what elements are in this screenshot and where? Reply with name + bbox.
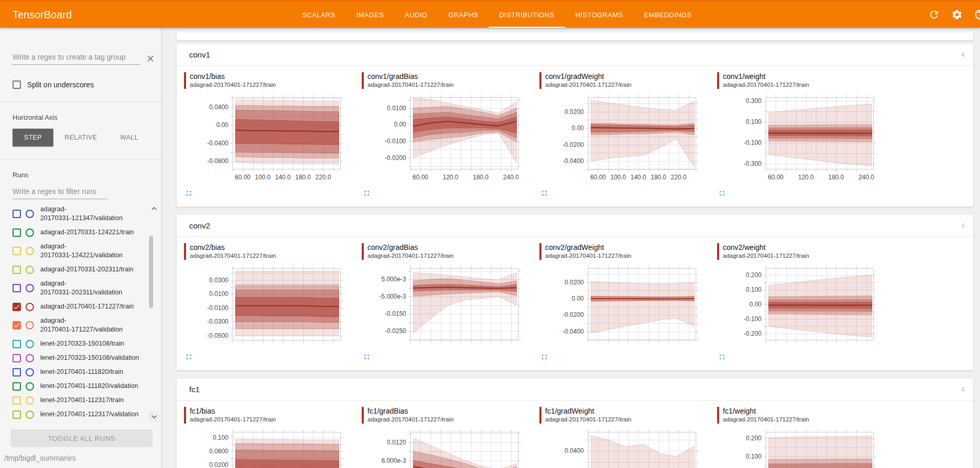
run-radio[interactable] <box>26 368 34 376</box>
run-checkbox[interactable] <box>13 354 21 362</box>
run-item[interactable]: lenet-20170401-112317/validation <box>0 407 161 421</box>
run-label: lenet-20170401-112317/train <box>40 396 124 405</box>
scroll-down-icon[interactable] <box>149 412 159 422</box>
expand-icon[interactable] <box>718 189 727 198</box>
run-item[interactable]: adagrad- 20170331-124221/validation <box>0 239 161 262</box>
chart-tag-name: conv2/weight <box>723 243 809 252</box>
expand-icon[interactable] <box>363 353 371 361</box>
run-item[interactable]: adagrad-20170331-124221/train <box>0 225 161 239</box>
run-checkbox[interactable] <box>13 368 21 376</box>
run-checkbox[interactable] <box>13 247 21 255</box>
section-header[interactable]: fc14 <box>177 379 973 401</box>
run-checkbox[interactable] <box>13 210 21 218</box>
run-radio[interactable] <box>26 354 34 362</box>
run-radio[interactable] <box>26 340 34 348</box>
run-radio[interactable] <box>26 396 34 405</box>
expand-icon[interactable] <box>363 189 371 198</box>
run-color-bar <box>717 72 719 89</box>
run-checkbox[interactable] <box>13 284 21 292</box>
expand-icon[interactable] <box>540 189 549 198</box>
scroll-up-icon[interactable] <box>149 203 159 214</box>
run-item[interactable]: adagrad-20170331-202311/train <box>0 262 161 277</box>
run-radio[interactable] <box>26 229 34 237</box>
tab-graphs[interactable]: GRAPHS <box>438 2 489 28</box>
run-checkbox[interactable] <box>13 410 21 419</box>
tab-scalars[interactable]: SCALARS <box>292 2 346 28</box>
run-color-bar <box>717 407 719 424</box>
distribution-plot: 0.01000.00-0.0100-0.020060.00120.0180.02… <box>362 95 539 188</box>
chart-card: fc1/gradBiasadagrad-20170401-171227/trai… <box>362 407 539 468</box>
run-label: adagrad- 20170401-171227/validation <box>40 316 123 334</box>
run-item[interactable]: lenet-20170401-111820/validation <box>0 379 161 393</box>
run-radio[interactable] <box>26 303 34 311</box>
run-item[interactable]: adagrad-20170401-171227/train <box>0 300 161 314</box>
runs-filter-input[interactable] <box>13 185 107 199</box>
run-radio[interactable] <box>26 247 34 255</box>
run-label: adagrad- 20170331-124221/validation <box>40 242 123 260</box>
app-title: TensorBoard <box>13 9 72 21</box>
settings-icon[interactable] <box>951 9 963 20</box>
run-radio[interactable] <box>26 284 34 292</box>
run-item[interactable]: adagrad- 20170331-202311/validation <box>0 277 161 300</box>
run-checkbox[interactable] <box>13 266 21 274</box>
run-item[interactable]: lenet-20170401-112317/train <box>0 393 161 407</box>
axis-wall-button[interactable]: WALL <box>109 129 150 146</box>
help-icon[interactable] <box>974 9 980 20</box>
axis-relative-button[interactable]: RELATIVE <box>53 129 109 146</box>
expand-icon[interactable] <box>540 353 549 361</box>
section-header[interactable]: conv24 <box>177 215 973 237</box>
tab-images[interactable]: IMAGES <box>346 2 395 28</box>
run-item[interactable]: lenet-20170401-111820/train <box>0 365 161 379</box>
chart-titles: conv2/gradWeightadagrad-20170401-171227/… <box>545 243 631 260</box>
run-item[interactable]: adagrad- 20170401-171227/validation <box>0 314 161 337</box>
run-item[interactable]: adagrad- 20170331-121347/validation <box>0 202 161 225</box>
tab-audio[interactable]: AUDIO <box>395 2 438 28</box>
distribution-plot: 0.3000.100-0.100-0.30060.00120.0180.0240… <box>717 95 895 188</box>
svg-text:-0.300: -0.300 <box>744 160 762 167</box>
tab-distributions[interactable]: DISTRIBUTIONS <box>489 2 565 28</box>
expand-icon[interactable] <box>185 189 193 198</box>
chart-titles: conv1/weightadagrad-20170401-171227/trai… <box>723 72 809 89</box>
split-underscores-row[interactable]: Split on underscores <box>13 81 161 89</box>
run-item[interactable]: lenet-20170323-150108/train <box>0 337 161 351</box>
tab-embeddings[interactable]: EMBEDDINGS <box>633 2 702 28</box>
chart-title-block: conv2/weightadagrad-20170401-171227/trai… <box>717 243 895 260</box>
svg-text:0.0400: 0.0400 <box>209 104 228 111</box>
chart-tag-name: fc1/gradBias <box>367 407 454 416</box>
section-title: conv1 <box>189 50 210 59</box>
toggle-all-runs-button[interactable]: TOGGLE ALL RUNS <box>10 429 153 447</box>
close-icon[interactable] <box>145 53 156 64</box>
section-chart-count: 4 <box>961 385 965 393</box>
run-checkbox[interactable] <box>13 382 21 391</box>
chart-card: fc1/gradWeightadagrad-20170401-171227/tr… <box>539 407 717 468</box>
run-radio[interactable] <box>26 321 34 329</box>
expand-icon[interactable] <box>718 353 727 361</box>
axis-step-button[interactable]: STEP <box>13 129 53 146</box>
runs-scrollbar-thumb[interactable] <box>149 236 153 308</box>
run-checkbox[interactable] <box>13 340 21 348</box>
tag-regex-input[interactable] <box>13 51 140 65</box>
chart-card: conv2/weightadagrad-20170401-171227/trai… <box>717 243 895 363</box>
svg-text:100.0: 100.0 <box>255 174 271 181</box>
chart-card: conv1/weightadagrad-20170401-171227/trai… <box>717 72 895 199</box>
run-checkbox[interactable] <box>13 396 21 405</box>
run-item[interactable]: lenet-20170323-150108/validation <box>0 351 161 365</box>
chart-titles: conv1/gradWeightadagrad-20170401-171227/… <box>545 72 631 89</box>
run-checkbox[interactable] <box>13 321 21 329</box>
tab-histograms[interactable]: HISTOGRAMS <box>565 2 633 28</box>
chart-titles: conv1/gradBiasadagrad-20170401-171227/tr… <box>367 72 454 89</box>
distribution-plot: 0.2000.1000.00-0.100-0.200 <box>717 266 895 346</box>
run-checkbox[interactable] <box>13 303 21 311</box>
run-radio[interactable] <box>26 410 34 419</box>
run-label: lenet-20170323-150108/validation <box>40 353 139 362</box>
refresh-icon[interactable] <box>928 9 940 20</box>
split-underscores-checkbox[interactable] <box>13 81 21 89</box>
section-header[interactable]: conv14 <box>177 44 973 66</box>
run-radio[interactable] <box>26 266 34 274</box>
chart-footer <box>363 353 539 363</box>
expand-icon[interactable] <box>185 353 193 361</box>
run-radio[interactable] <box>26 210 34 218</box>
run-radio[interactable] <box>26 382 34 391</box>
svg-text:180.0: 180.0 <box>295 174 311 181</box>
run-checkbox[interactable] <box>13 229 21 237</box>
